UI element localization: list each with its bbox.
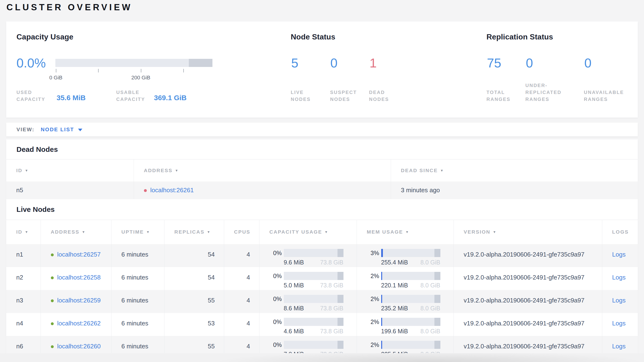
capacity-usage-bar-row: 0%: [270, 341, 344, 349]
node-address-link[interactable]: localhost:26262: [57, 320, 101, 327]
capacity-usage-bar: [56, 59, 212, 67]
column-header-mem-usage[interactable]: MEM USAGE▼: [356, 220, 454, 244]
node-address-link[interactable]: localhost:26261: [150, 187, 194, 194]
column-header-version[interactable]: VERSION▼: [454, 220, 602, 244]
sort-caret-icon: ▼: [406, 230, 409, 234]
logs-link[interactable]: Logs: [612, 320, 626, 327]
mem-usage-used-value: 220.1 MiB: [381, 282, 408, 289]
node-address-link[interactable]: localhost:26259: [57, 297, 101, 304]
cell-replicas: 54: [164, 244, 224, 267]
cell-logs: Logs: [602, 336, 638, 353]
node-list-card: Dead Nodes ID▼ADDRESS▼DEAD SINCE▼ n5loca…: [6, 139, 638, 353]
capacity-usage-bar: [284, 249, 344, 257]
mem-usage-other-segment: [434, 272, 440, 280]
capacity-usage-percent: 0%: [270, 318, 282, 325]
capacity-usage-values: 5.0 MiB73.8 GiB: [284, 282, 344, 289]
mem-usage-used-value: 255.4 MiB: [381, 259, 408, 266]
capacity-bar-other-segment: [189, 59, 212, 67]
mem-usage-percent: 2%: [367, 341, 379, 348]
cell-cpus: 4: [224, 267, 259, 290]
cell-mem-usage: 2%199.6 MiB8.0 GiB: [356, 313, 454, 336]
mem-usage-values: 199.6 MiB8.0 GiB: [381, 328, 440, 335]
view-selector-dropdown[interactable]: NODE LIST: [41, 126, 82, 133]
capacity-usage-title: Capacity Usage: [16, 33, 73, 41]
used-capacity-value: 35.6 MiB: [56, 94, 86, 102]
column-header-address[interactable]: ADDRESS▼: [134, 159, 391, 182]
cell-node-id: n2: [6, 267, 40, 290]
cell-node-address: localhost:26258: [40, 267, 111, 290]
cell-mem-usage: 2%220.1 MiB8.0 GiB: [356, 267, 454, 290]
cell-cpus: 4: [224, 313, 259, 336]
capacity-usage-total-value: 73.8 GiB: [320, 328, 343, 335]
logs-link[interactable]: Logs: [612, 251, 626, 258]
mem-usage: 2%225.5 MiB8.0 GiB: [357, 336, 454, 353]
sort-caret-icon: ▼: [146, 230, 150, 234]
live-node-row: n3localhost:262596 minutes5540%8.6 MiB73…: [6, 290, 638, 313]
mem-usage-used-segment: [381, 318, 382, 326]
mem-usage-used-value: 235.2 MiB: [381, 305, 408, 312]
cell-uptime: 6 minutes: [111, 336, 164, 353]
column-header-id[interactable]: ID▼: [6, 220, 40, 244]
capacity-usage-other-segment: [338, 318, 344, 326]
live-nodes-label: LIVE NODES: [291, 89, 311, 103]
column-header-id[interactable]: ID▼: [6, 159, 134, 182]
node-address-link[interactable]: localhost:26260: [57, 343, 101, 350]
chevron-down-icon: [78, 129, 82, 131]
logs-link[interactable]: Logs: [612, 274, 626, 281]
capacity-usage-bar: [284, 295, 344, 303]
column-header-address[interactable]: ADDRESS▼: [40, 220, 111, 244]
column-header-label: CAPACITY USAGE: [270, 229, 322, 235]
mem-usage-values: 255.4 MiB8.0 GiB: [381, 259, 440, 266]
replication-status-title: Replication Status: [486, 33, 553, 41]
mem-usage-bar-row: 2%: [367, 341, 440, 349]
page-bottom-shadow: [0, 353, 644, 362]
capacity-usage: 0%4.6 MiB73.8 GiB: [260, 313, 356, 335]
cell-node-address: localhost:26262: [40, 313, 111, 336]
mem-usage-bar: [381, 341, 440, 349]
mem-usage-total-value: 8.0 GiB: [420, 305, 440, 312]
column-header-capacity-usage[interactable]: CAPACITY USAGE▼: [259, 220, 356, 244]
mem-usage-other-segment: [434, 318, 440, 326]
cell-version: v19.2.0-alpha.20190606-2491-gfe735c9a97: [454, 267, 602, 290]
column-header-label: DEAD SINCE: [401, 168, 438, 173]
column-header-dead-since[interactable]: DEAD SINCE▼: [391, 159, 638, 182]
cell-logs: Logs: [602, 244, 638, 267]
cell-capacity-usage: 0%5.0 MiB73.8 GiB: [259, 267, 356, 290]
dead-nodes-table: ID▼ADDRESS▼DEAD SINCE▼ n5localhost:26261…: [6, 159, 638, 199]
capacity-usage-percent: 0%: [270, 250, 282, 257]
capacity-usage: 0%7.8 MiB73.8 GiB: [260, 336, 356, 353]
node-address-link[interactable]: localhost:26258: [57, 274, 101, 281]
mem-usage-bar: [381, 249, 440, 257]
sort-caret-icon: ▼: [493, 230, 497, 234]
sort-caret-icon: ▼: [25, 230, 29, 234]
cell-mem-usage: 3%255.4 MiB8.0 GiB: [356, 244, 454, 267]
view-label: VIEW:: [16, 126, 34, 133]
cell-node-address: localhost:26257: [40, 244, 111, 267]
capacity-usage-percent: 0%: [270, 295, 282, 302]
mem-usage-bar-row: 2%: [367, 318, 440, 326]
column-header-uptime[interactable]: UPTIME▼: [111, 220, 164, 244]
mem-usage-total-value: 8.0 GiB: [420, 351, 440, 353]
capacity-usage-other-segment: [338, 249, 344, 257]
capacity-usage-used-value: 9.6 MiB: [284, 259, 304, 266]
axis-tick: [141, 69, 141, 72]
mem-usage: 2%220.1 MiB8.0 GiB: [357, 267, 454, 289]
cell-dead-since: 3 minutes ago: [391, 182, 638, 199]
mem-usage-total-value: 8.0 GiB: [420, 259, 440, 266]
mem-usage-used-segment: [381, 295, 382, 303]
mem-usage-other-segment: [434, 249, 440, 257]
mem-usage-used-value: 225.5 MiB: [381, 351, 408, 353]
capacity-usage-bar-row: 0%: [270, 318, 344, 326]
column-header-cpus: CPUS: [224, 220, 259, 244]
column-header-replicas[interactable]: REPLICAS▼: [164, 220, 224, 244]
capacity-usage-bar-row: 0%: [270, 249, 344, 257]
cell-version: v19.2.0-alpha.20190606-2491-gfe735c9a97: [454, 336, 602, 353]
total-ranges-count: 75: [487, 56, 501, 69]
cell-capacity-usage: 0%4.6 MiB73.8 GiB: [259, 313, 356, 336]
logs-link[interactable]: Logs: [612, 297, 626, 304]
mem-usage-values: 220.1 MiB8.0 GiB: [381, 282, 440, 289]
node-address-link[interactable]: localhost:26257: [57, 251, 101, 258]
live-node-row: n2localhost:262586 minutes5440%5.0 MiB73…: [6, 267, 638, 290]
sort-caret-icon: ▼: [175, 168, 179, 172]
logs-link[interactable]: Logs: [612, 343, 626, 350]
